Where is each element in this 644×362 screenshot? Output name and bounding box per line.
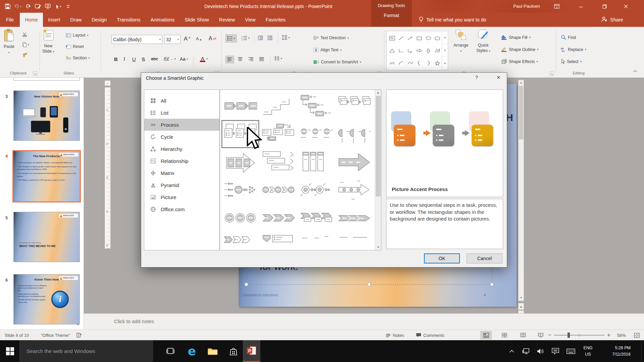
normal-view-button[interactable]: [480, 331, 492, 340]
right-brace-shape-icon[interactable]: [424, 57, 433, 69]
curve-shape-icon[interactable]: [406, 57, 415, 69]
new-slide-button[interactable]: NewSlide ▾: [42, 29, 54, 54]
gallery-scrollbar-thumb[interactable]: [376, 96, 381, 196]
gallery-scroll-down-icon[interactable]: ▼: [375, 244, 381, 250]
convert-to-smartart-button[interactable]: Convert to SmartArt▾: [313, 60, 361, 64]
tab-slide-show[interactable]: Slide Show: [179, 13, 214, 27]
tab-format[interactable]: Format: [371, 13, 412, 18]
zoom-level[interactable]: 58%: [617, 330, 626, 341]
smartart-layout-partial-row-b[interactable]: [335, 233, 373, 250]
smartart-layout-circle-dash-process[interactable]: [297, 120, 335, 148]
font-color-button[interactable]: A▾: [200, 56, 208, 62]
customize-quick-access-icon[interactable]: [64, 2, 72, 11]
line-shape-icon[interactable]: [396, 32, 406, 44]
scroll-up-icon[interactable]: ▲: [519, 80, 524, 85]
smartart-layout-chevron-circles-process[interactable]: [259, 176, 297, 204]
smartart-layout-accent-process[interactable]: [297, 92, 335, 120]
rectangle-shape-icon[interactable]: [415, 32, 424, 44]
touch-keyboard-icon[interactable]: [564, 340, 578, 362]
touch-mouse-mode-icon[interactable]: ▾: [54, 2, 62, 11]
clear-formatting-button[interactable]: A: [209, 36, 217, 42]
reset-button[interactable]: Reset: [66, 44, 84, 49]
resize-handle[interactable]: [367, 283, 371, 286]
arc-shape-icon[interactable]: [396, 57, 406, 69]
signed-in-user[interactable]: Paul Paulsen: [505, 0, 548, 13]
slide-sorter-view-button[interactable]: [499, 331, 510, 340]
ruler-corner-icon[interactable]: ⌐: [105, 80, 111, 86]
shapes-more-icon[interactable]: ▼: [442, 57, 448, 70]
tray-chevron-icon[interactable]: [505, 340, 519, 362]
textbox-shape-icon[interactable]: [387, 32, 396, 44]
left-brace-shape-icon[interactable]: [415, 57, 424, 69]
increase-indent-button[interactable]: [267, 36, 273, 40]
scribble-shape-icon[interactable]: [387, 57, 396, 69]
shape-outline-button[interactable]: Shape Outline▾: [501, 47, 538, 52]
gallery-scroll-up-icon[interactable]: ▲: [375, 90, 381, 96]
smartart-layout-step-up-process[interactable]: [259, 92, 297, 120]
tab-view[interactable]: View: [240, 13, 261, 27]
tab-home[interactable]: Home: [20, 13, 43, 27]
cut-button[interactable]: [22, 32, 27, 37]
change-case-button[interactable]: Aa▾: [180, 56, 188, 62]
tab-animations[interactable]: Animations: [146, 13, 180, 27]
smartart-layout-timeline-arrow-process[interactable]: [335, 176, 373, 204]
close-icon[interactable]: [619, 0, 633, 13]
tab-insert[interactable]: Insert: [43, 13, 65, 27]
paste-button[interactable]: Paste▾: [3, 29, 15, 55]
shapes-gallery-scrollbar[interactable]: ▲▼▼: [442, 31, 448, 70]
windows-store-icon[interactable]: [225, 340, 242, 362]
tell-me-box[interactable]: Tell me what you want to do: [419, 13, 486, 27]
tab-transitions[interactable]: Transitions: [112, 13, 145, 27]
shapes-scroll-down-icon[interactable]: ▼: [442, 44, 448, 57]
save-as-icon[interactable]: [34, 2, 42, 11]
thumbnail-scroll-down-icon[interactable]: ▼: [75, 323, 80, 328]
columns-button[interactable]: ▾: [274, 56, 282, 61]
quick-styles-button[interactable]: QuickStyles ▾: [476, 29, 490, 53]
previous-slide-button[interactable]: ▲: [518, 303, 524, 310]
category-all[interactable]: All: [144, 95, 219, 107]
category-hierarchy[interactable]: Hierarchy: [144, 143, 219, 155]
resize-handle[interactable]: [245, 283, 248, 286]
restore-icon[interactable]: [598, 0, 611, 13]
category-pyramid[interactable]: Pyramid: [144, 179, 219, 191]
share-button[interactable]: Share: [601, 13, 623, 27]
align-right-button[interactable]: [247, 56, 255, 63]
font-size-combo[interactable]: 32▾: [164, 35, 180, 44]
align-center-button[interactable]: [236, 56, 244, 63]
section-button[interactable]: Section▾: [66, 56, 90, 60]
category-list[interactable]: List: [144, 107, 219, 119]
find-button[interactable]: Find: [561, 35, 576, 40]
save-icon[interactable]: [3, 2, 12, 11]
smartart-layout-chevron-row-process[interactable]: [259, 204, 297, 233]
redo-icon[interactable]: [23, 2, 32, 11]
underline-button[interactable]: U: [132, 56, 136, 62]
bullets-button[interactable]: ▾: [225, 34, 237, 43]
taskbar-search-box[interactable]: Search the web and Windows: [19, 341, 153, 362]
decrease-font-size-button[interactable]: A▼: [196, 36, 202, 42]
smartart-layout-partial-row-a[interactable]: [297, 233, 335, 250]
notes-placeholder[interactable]: Click to add notes: [114, 318, 154, 324]
task-view-icon[interactable]: [162, 340, 179, 362]
elbow-arrow-shape-icon[interactable]: [406, 44, 415, 57]
scrollbar-thumb[interactable]: [519, 86, 523, 139]
triangle-shape-icon[interactable]: [387, 44, 396, 57]
minimize-icon[interactable]: [574, 0, 588, 13]
slide-thumbnail-4[interactable]: DEVELETECHThe New Products!The Knomatico…: [12, 150, 81, 202]
category-process[interactable]: Process: [144, 119, 219, 131]
spellcheck-icon[interactable]: x: [76, 330, 83, 341]
category-cycle[interactable]: Cycle: [144, 131, 219, 143]
category-relationship[interactable]: Relationship: [144, 155, 219, 167]
scroll-down-icon[interactable]: ▼: [519, 295, 524, 301]
oval-shape-icon[interactable]: [424, 32, 433, 44]
category-matrix[interactable]: Matrix: [144, 167, 219, 179]
smartart-layout-layered-list-process[interactable]: [259, 148, 297, 176]
tab-draw[interactable]: Draw: [65, 13, 87, 27]
start-button[interactable]: [1, 340, 19, 362]
smartart-layout-basic-process[interactable]: [221, 92, 259, 120]
decrease-indent-button[interactable]: [258, 36, 263, 40]
smartart-layout-rotating-circles-process[interactable]: [297, 176, 335, 204]
start-slideshow-icon[interactable]: [44, 2, 52, 11]
down-arrow-shape-icon[interactable]: [424, 44, 433, 57]
drawing-dialog-launcher-icon[interactable]: ⇘: [549, 71, 554, 76]
freeform-shape-icon[interactable]: [433, 44, 442, 57]
